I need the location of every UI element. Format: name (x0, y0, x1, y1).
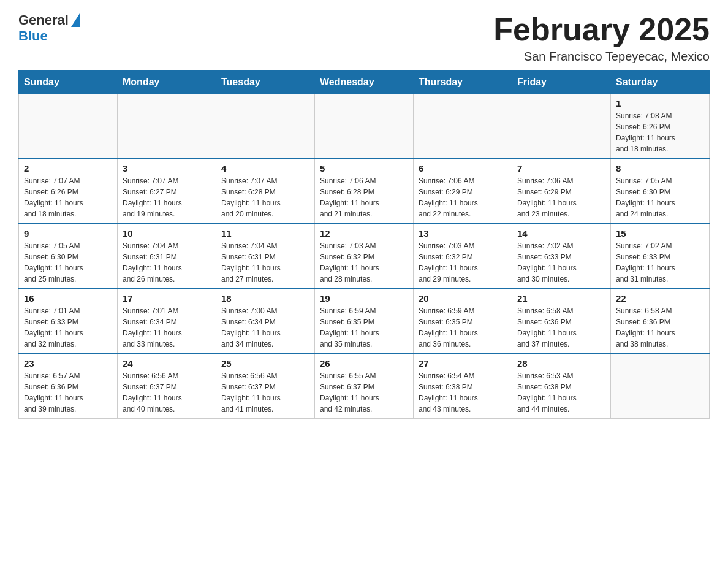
logo-blue-text: Blue (18, 28, 48, 44)
day-number: 14 (517, 228, 605, 239)
day-info: Sunrise: 6:59 AM Sunset: 6:35 PM Dayligh… (320, 305, 408, 350)
day-number: 1 (616, 98, 704, 109)
calendar-day-cell: 3Sunrise: 7:07 AM Sunset: 6:27 PM Daylig… (118, 159, 216, 224)
day-number: 10 (123, 228, 211, 239)
weekday-header-thursday: Thursday (414, 71, 512, 94)
day-info: Sunrise: 6:54 AM Sunset: 6:38 PM Dayligh… (419, 370, 507, 415)
calendar-day-cell (19, 94, 118, 159)
day-number: 3 (123, 163, 211, 174)
calendar-day-cell (216, 94, 315, 159)
calendar-day-cell (611, 354, 710, 419)
day-info: Sunrise: 7:01 AM Sunset: 6:34 PM Dayligh… (123, 305, 211, 350)
day-info: Sunrise: 7:07 AM Sunset: 6:27 PM Dayligh… (123, 175, 211, 220)
day-number: 23 (24, 358, 112, 369)
day-number: 11 (221, 228, 309, 239)
calendar-day-cell: 9Sunrise: 7:05 AM Sunset: 6:30 PM Daylig… (19, 224, 118, 289)
day-number: 8 (616, 163, 704, 174)
calendar-day-cell: 5Sunrise: 7:06 AM Sunset: 6:28 PM Daylig… (315, 159, 414, 224)
day-number: 18 (221, 293, 309, 304)
day-number: 12 (320, 228, 408, 239)
calendar-day-cell: 10Sunrise: 7:04 AM Sunset: 6:31 PM Dayli… (118, 224, 216, 289)
day-number: 4 (221, 163, 309, 174)
day-info: Sunrise: 7:08 AM Sunset: 6:26 PM Dayligh… (616, 110, 704, 155)
day-number: 27 (419, 358, 507, 369)
day-info: Sunrise: 7:04 AM Sunset: 6:31 PM Dayligh… (221, 240, 309, 285)
weekday-header-saturday: Saturday (611, 71, 710, 94)
calendar-day-cell: 16Sunrise: 7:01 AM Sunset: 6:33 PM Dayli… (19, 289, 118, 354)
logo: General Blue (18, 12, 80, 44)
weekday-header-friday: Friday (512, 71, 611, 94)
day-number: 6 (419, 163, 507, 174)
calendar-day-cell: 27Sunrise: 6:54 AM Sunset: 6:38 PM Dayli… (414, 354, 512, 419)
calendar-day-cell: 1Sunrise: 7:08 AM Sunset: 6:26 PM Daylig… (611, 94, 710, 159)
day-info: Sunrise: 7:06 AM Sunset: 6:28 PM Dayligh… (320, 175, 408, 220)
day-info: Sunrise: 7:04 AM Sunset: 6:31 PM Dayligh… (123, 240, 211, 285)
calendar-day-cell: 11Sunrise: 7:04 AM Sunset: 6:31 PM Dayli… (216, 224, 315, 289)
calendar-day-cell: 24Sunrise: 6:56 AM Sunset: 6:37 PM Dayli… (118, 354, 216, 419)
logo-triangle-icon (71, 13, 80, 27)
day-info: Sunrise: 7:02 AM Sunset: 6:33 PM Dayligh… (616, 240, 704, 285)
day-number: 19 (320, 293, 408, 304)
calendar-day-cell: 26Sunrise: 6:55 AM Sunset: 6:37 PM Dayli… (315, 354, 414, 419)
day-number: 17 (123, 293, 211, 304)
day-info: Sunrise: 7:05 AM Sunset: 6:30 PM Dayligh… (616, 175, 704, 220)
calendar-day-cell: 18Sunrise: 7:00 AM Sunset: 6:34 PM Dayli… (216, 289, 315, 354)
day-info: Sunrise: 6:53 AM Sunset: 6:38 PM Dayligh… (517, 370, 605, 415)
calendar-week-row: 16Sunrise: 7:01 AM Sunset: 6:33 PM Dayli… (19, 289, 710, 354)
day-info: Sunrise: 7:06 AM Sunset: 6:29 PM Dayligh… (419, 175, 507, 220)
calendar-day-cell: 8Sunrise: 7:05 AM Sunset: 6:30 PM Daylig… (611, 159, 710, 224)
location-text: San Francisco Tepeyecac, Mexico (493, 50, 710, 64)
calendar-header-row: SundayMondayTuesdayWednesdayThursdayFrid… (19, 71, 710, 94)
day-info: Sunrise: 7:03 AM Sunset: 6:32 PM Dayligh… (419, 240, 507, 285)
day-number: 28 (517, 358, 605, 369)
day-info: Sunrise: 6:56 AM Sunset: 6:37 PM Dayligh… (221, 370, 309, 415)
day-info: Sunrise: 7:06 AM Sunset: 6:29 PM Dayligh… (517, 175, 605, 220)
calendar-day-cell: 12Sunrise: 7:03 AM Sunset: 6:32 PM Dayli… (315, 224, 414, 289)
day-number: 9 (24, 228, 112, 239)
day-info: Sunrise: 6:55 AM Sunset: 6:37 PM Dayligh… (320, 370, 408, 415)
calendar-day-cell (118, 94, 216, 159)
weekday-header-sunday: Sunday (19, 71, 118, 94)
calendar-day-cell (414, 94, 512, 159)
day-info: Sunrise: 7:00 AM Sunset: 6:34 PM Dayligh… (221, 305, 309, 350)
calendar-day-cell: 7Sunrise: 7:06 AM Sunset: 6:29 PM Daylig… (512, 159, 611, 224)
day-info: Sunrise: 7:03 AM Sunset: 6:32 PM Dayligh… (320, 240, 408, 285)
day-number: 5 (320, 163, 408, 174)
weekday-header-monday: Monday (118, 71, 216, 94)
day-number: 16 (24, 293, 112, 304)
calendar-week-row: 23Sunrise: 6:57 AM Sunset: 6:36 PM Dayli… (19, 354, 710, 419)
calendar-day-cell (512, 94, 611, 159)
calendar-day-cell: 15Sunrise: 7:02 AM Sunset: 6:33 PM Dayli… (611, 224, 710, 289)
calendar-day-cell: 19Sunrise: 6:59 AM Sunset: 6:35 PM Dayli… (315, 289, 414, 354)
day-info: Sunrise: 6:56 AM Sunset: 6:37 PM Dayligh… (123, 370, 211, 415)
calendar-day-cell: 13Sunrise: 7:03 AM Sunset: 6:32 PM Dayli… (414, 224, 512, 289)
title-block: February 2025 San Francisco Tepeyecac, M… (493, 12, 710, 64)
weekday-header-wednesday: Wednesday (315, 71, 414, 94)
calendar-day-cell: 21Sunrise: 6:58 AM Sunset: 6:36 PM Dayli… (512, 289, 611, 354)
day-number: 22 (616, 293, 704, 304)
calendar-day-cell: 22Sunrise: 6:58 AM Sunset: 6:36 PM Dayli… (611, 289, 710, 354)
calendar-day-cell: 28Sunrise: 6:53 AM Sunset: 6:38 PM Dayli… (512, 354, 611, 419)
logo-general-text: General (18, 12, 69, 28)
calendar-day-cell: 4Sunrise: 7:07 AM Sunset: 6:28 PM Daylig… (216, 159, 315, 224)
calendar-day-cell: 14Sunrise: 7:02 AM Sunset: 6:33 PM Dayli… (512, 224, 611, 289)
day-info: Sunrise: 6:59 AM Sunset: 6:35 PM Dayligh… (419, 305, 507, 350)
calendar-week-row: 1Sunrise: 7:08 AM Sunset: 6:26 PM Daylig… (19, 94, 710, 159)
calendar-week-row: 9Sunrise: 7:05 AM Sunset: 6:30 PM Daylig… (19, 224, 710, 289)
day-info: Sunrise: 6:58 AM Sunset: 6:36 PM Dayligh… (616, 305, 704, 350)
calendar-day-cell (315, 94, 414, 159)
day-info: Sunrise: 7:07 AM Sunset: 6:26 PM Dayligh… (24, 175, 112, 220)
day-info: Sunrise: 6:57 AM Sunset: 6:36 PM Dayligh… (24, 370, 112, 415)
day-number: 25 (221, 358, 309, 369)
day-info: Sunrise: 7:02 AM Sunset: 6:33 PM Dayligh… (517, 240, 605, 285)
day-number: 13 (419, 228, 507, 239)
calendar-table: SundayMondayTuesdayWednesdayThursdayFrid… (18, 70, 710, 419)
month-title: February 2025 (493, 12, 710, 47)
day-number: 2 (24, 163, 112, 174)
day-info: Sunrise: 7:01 AM Sunset: 6:33 PM Dayligh… (24, 305, 112, 350)
calendar-week-row: 2Sunrise: 7:07 AM Sunset: 6:26 PM Daylig… (19, 159, 710, 224)
day-info: Sunrise: 7:05 AM Sunset: 6:30 PM Dayligh… (24, 240, 112, 285)
day-number: 15 (616, 228, 704, 239)
weekday-header-tuesday: Tuesday (216, 71, 315, 94)
calendar-day-cell: 6Sunrise: 7:06 AM Sunset: 6:29 PM Daylig… (414, 159, 512, 224)
